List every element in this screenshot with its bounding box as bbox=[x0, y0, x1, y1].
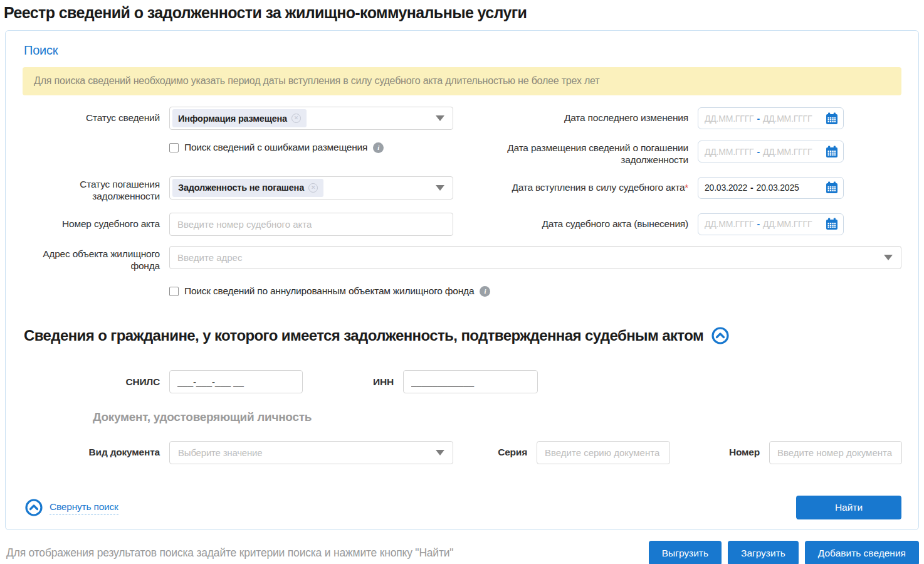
date-to-placeholder: ДД.ММ.ГГГГ bbox=[763, 219, 812, 229]
repayment-status-chip[interactable]: Задолженность не погашена ✕ bbox=[172, 179, 323, 197]
page-title: Реестр сведений о задолженности за жилищ… bbox=[4, 4, 924, 22]
date-from-placeholder: ДД.ММ.ГГГГ bbox=[705, 147, 753, 157]
doc-series-input[interactable] bbox=[537, 441, 670, 464]
search-form: Статус сведений Информация размещена ✕ Д… bbox=[23, 107, 901, 236]
errors-checkbox-row: Поиск сведений с ошибками размещения i bbox=[169, 140, 453, 153]
footer: Для отображения результатов поиска задай… bbox=[6, 541, 919, 564]
chevron-down-icon[interactable] bbox=[884, 255, 893, 260]
date-act-input[interactable]: ДД.ММ.ГГГГ - ДД.ММ.ГГГГ bbox=[698, 213, 844, 235]
required-mark: * bbox=[685, 182, 688, 193]
calendar-icon[interactable] bbox=[826, 146, 838, 158]
date-separator: - bbox=[757, 147, 759, 157]
results-hint: Для отображения результатов поиска задай… bbox=[6, 546, 453, 560]
annulled-checkbox[interactable] bbox=[169, 287, 179, 296]
annulled-checkbox-label: Поиск сведений по аннулированным объекта… bbox=[184, 285, 474, 297]
repayment-status-label: Статус погашения задолженности bbox=[23, 176, 160, 203]
chevron-up-circle-icon[interactable] bbox=[25, 499, 43, 516]
status-label: Статус сведений bbox=[23, 107, 160, 124]
calendar-icon[interactable] bbox=[826, 181, 838, 194]
chevron-down-icon[interactable] bbox=[436, 185, 444, 191]
collapse-section-icon[interactable] bbox=[711, 327, 729, 344]
upload-button[interactable]: Загрузить bbox=[728, 541, 799, 564]
info-icon[interactable]: i bbox=[480, 286, 490, 297]
act-number-label: Номер судебного акта bbox=[23, 213, 160, 230]
search-notice-banner: Для поиска сведений необходимо указать п… bbox=[23, 67, 901, 95]
inn-label: ИНН bbox=[312, 376, 394, 388]
chip-remove-icon[interactable]: ✕ bbox=[308, 183, 318, 193]
add-data-button[interactable]: Добавить сведения bbox=[805, 541, 919, 564]
errors-checkbox[interactable] bbox=[169, 143, 179, 152]
date-to-placeholder: ДД.ММ.ГГГГ bbox=[763, 147, 812, 157]
date-repayment-input[interactable]: ДД.ММ.ГГГГ - ДД.ММ.ГГГГ bbox=[698, 141, 844, 162]
date-from-value: 20.03.2022 bbox=[705, 183, 747, 193]
date-to-value: 20.03.2025 bbox=[757, 183, 799, 193]
doc-series-label: Серия bbox=[463, 441, 527, 458]
chip-remove-icon[interactable]: ✕ bbox=[291, 114, 301, 123]
date-from-placeholder: ДД.ММ.ГГГГ bbox=[705, 219, 753, 229]
search-section-title: Поиск bbox=[24, 43, 901, 58]
errors-checkbox-label: Поиск сведений с ошибками размещения bbox=[184, 142, 367, 153]
date-effective-label: Дата вступления в силу судебного акта* bbox=[463, 176, 688, 194]
collapse-search-label: Свернуть поиск bbox=[50, 501, 118, 514]
date-to-placeholder: ДД.ММ.ГГГГ bbox=[763, 114, 812, 124]
date-effective-input[interactable]: 20.03.2022 - 20.03.2025 bbox=[698, 177, 844, 199]
search-panel: Поиск Для поиска сведений необходимо ука… bbox=[5, 30, 919, 530]
collapse-search-link[interactable]: Свернуть поиск bbox=[25, 499, 118, 516]
address-input[interactable] bbox=[170, 247, 884, 268]
date-last-change-label: Дата последнего изменения bbox=[463, 107, 688, 124]
status-select[interactable]: Информация размещена ✕ bbox=[169, 107, 453, 130]
doc-type-select[interactable]: Выберите значение bbox=[169, 441, 453, 464]
doc-type-label: Вид документа bbox=[23, 441, 160, 458]
snils-label: СНИЛС bbox=[23, 376, 160, 388]
annulled-checkbox-row: Поиск сведений по аннулированным объекта… bbox=[169, 284, 901, 297]
calendar-icon[interactable] bbox=[826, 218, 838, 230]
export-button[interactable]: Выгрузить bbox=[649, 541, 722, 564]
citizen-section-title: Сведения о гражданине, у которого имеетс… bbox=[24, 327, 703, 344]
footer-buttons: Выгрузить Загрузить Добавить сведения bbox=[649, 541, 919, 564]
date-act-label: Дата судебного акта (вынесения) bbox=[463, 213, 688, 230]
repayment-status-select[interactable]: Задолженность не погашена ✕ bbox=[169, 176, 453, 200]
document-row: Вид документа Выберите значение Серия Но… bbox=[23, 441, 901, 464]
status-chip[interactable]: Информация размещена ✕ bbox=[172, 109, 307, 127]
identity-document-subheader: Документ, удостоверяющий личность bbox=[93, 410, 901, 424]
status-chip-label: Информация размещена bbox=[178, 114, 287, 124]
act-number-input[interactable] bbox=[169, 213, 453, 236]
date-from-placeholder: ДД.ММ.ГГГГ bbox=[705, 114, 753, 124]
calendar-icon[interactable] bbox=[826, 112, 838, 125]
repayment-status-chip-label: Задолженность не погашена bbox=[178, 183, 304, 193]
info-icon[interactable]: i bbox=[373, 142, 384, 153]
address-row: Адрес объекта жилищного фонда bbox=[23, 246, 901, 272]
citizen-section-header: Сведения о гражданине, у которого имеетс… bbox=[24, 327, 901, 344]
doc-number-label: Номер bbox=[680, 441, 760, 458]
date-repayment-label: Дата размещения сведений о погашении зад… bbox=[463, 140, 688, 166]
address-label: Адрес объекта жилищного фонда bbox=[23, 246, 160, 272]
date-separator: - bbox=[757, 114, 759, 124]
address-select[interactable] bbox=[169, 246, 901, 269]
date-separator: - bbox=[757, 219, 759, 229]
chevron-down-icon[interactable] bbox=[436, 115, 444, 121]
date-last-change-input[interactable]: ДД.ММ.ГГГГ - ДД.ММ.ГГГГ bbox=[698, 107, 844, 129]
snils-inn-row: СНИЛС ИНН bbox=[23, 370, 901, 393]
inn-input[interactable] bbox=[403, 370, 538, 393]
doc-type-placeholder: Выберите значение bbox=[178, 447, 262, 458]
chevron-down-icon[interactable] bbox=[436, 450, 444, 455]
doc-number-input[interactable] bbox=[769, 441, 902, 464]
date-separator: - bbox=[750, 183, 753, 193]
snils-input[interactable] bbox=[169, 370, 303, 393]
find-button[interactable]: Найти bbox=[796, 496, 901, 519]
panel-bottom-bar: Свернуть поиск Найти bbox=[23, 496, 901, 519]
